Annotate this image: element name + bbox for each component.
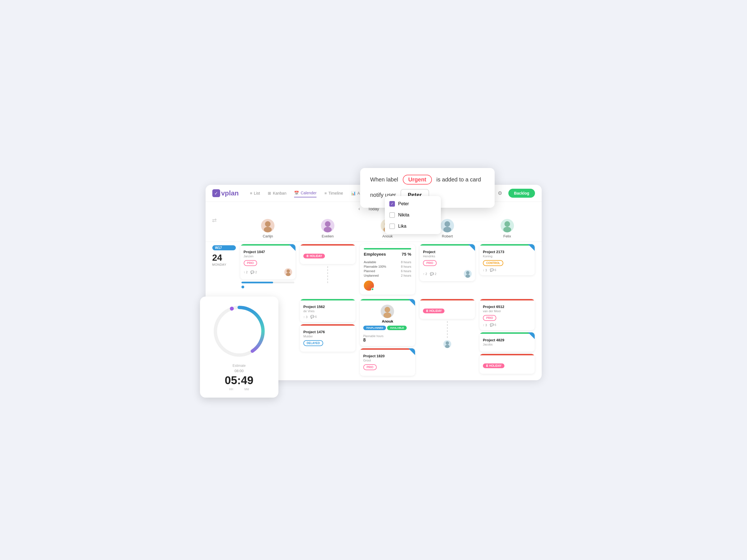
evelien-cell-row1: 🗓 HOLIDAY <box>298 242 358 297</box>
checkbox-peter[interactable] <box>389 201 395 207</box>
carlijn-cell-row1: Project 1047 Janzen PRIO ↑ 2 💬 2 <box>238 242 298 297</box>
card-bar-hendriks <box>419 244 475 245</box>
card-subtitle-6512: van der Meer <box>483 310 532 313</box>
timer-ring <box>211 303 267 359</box>
svg-point-1 <box>264 227 272 232</box>
week-badge: W17 <box>212 245 236 250</box>
card-bar-1047 <box>240 244 296 245</box>
project-card-hendriks[interactable]: Project Hendriks PRIO ↑ 2 💬 2 <box>419 244 475 281</box>
stat-up-1047: ↑ 2 <box>244 270 248 274</box>
card-subtitle-1562: de Vries <box>303 310 352 313</box>
member-name-evelien: Evelien <box>322 234 334 238</box>
card-stats-hendriks: ↑ 2 💬 2 <box>423 272 436 276</box>
dropdown-label-lika: Lika <box>398 224 406 229</box>
nav-kanban[interactable]: ⊞ Kanban <box>268 189 286 197</box>
svg-point-3 <box>324 227 332 232</box>
card-triangle-hendriks <box>468 244 475 251</box>
stat-up-2173: ↑ 3 <box>483 268 487 272</box>
dropdown-item-nikita[interactable]: Nikita <box>385 209 441 221</box>
holiday-card-evelien[interactable]: 🗓 HOLIDAY <box>300 244 356 264</box>
avatar-evelien <box>321 219 334 232</box>
dashed-line-robert-row2 <box>447 321 447 338</box>
svg-point-13 <box>465 274 470 278</box>
avatar-carlijn <box>261 219 275 232</box>
svg-point-9 <box>503 227 511 232</box>
card-bar-2173 <box>480 244 535 245</box>
card-bar-6512 <box>480 299 535 300</box>
badge-available: AVAILABLE <box>387 326 407 330</box>
project-card-1047[interactable]: Project 1047 Janzen PRIO ↑ 2 💬 2 <box>240 244 296 279</box>
robert-cell-row1: Project Hendriks PRIO ↑ 2 💬 2 <box>417 242 477 297</box>
card-triangle-2173 <box>528 244 535 251</box>
dashed-line-evelien <box>328 266 328 283</box>
svg-point-0 <box>265 221 271 227</box>
member-name-robert: Robert <box>442 234 453 238</box>
card-badges-hendriks: PRIO <box>423 260 472 268</box>
avatar-small-carlijn <box>284 268 292 276</box>
nav-list[interactable]: ≡ List <box>250 189 260 197</box>
card-footer-1562: ↑ 3 💬 6 <box>303 315 352 319</box>
card-bar-1562 <box>300 299 356 300</box>
evelien-cell-row2: Project 1562 de Vries ↑ 3 💬 6 Project 14… <box>298 297 358 380</box>
anouk-card[interactable]: Anouk 75%PLANNED AVAILABLE Plannable hou… <box>360 299 415 346</box>
nav-calender[interactable]: 📅 Calender <box>294 189 316 197</box>
nav-timeline[interactable]: ≡ Timeline <box>324 189 343 197</box>
employees-pct: 75 % <box>402 252 411 257</box>
app-wrapper: When label Urgent is added to a card not… <box>206 168 542 392</box>
backlog-button[interactable]: Backlog <box>508 189 535 198</box>
holiday-card-robert-row2[interactable]: 🗓 HOLIDAY <box>419 299 475 319</box>
card-bar-anouk <box>360 299 415 300</box>
timeline-icon: ≡ <box>324 191 327 195</box>
checkbox-nikita[interactable] <box>389 212 395 218</box>
felix-cell-row2: Project 6512 van der Meer PRIO ↑ 3 💬 6 <box>477 297 537 380</box>
team-member-carlijn: Carlijn <box>238 216 298 242</box>
project-card-1820[interactable]: Project 1820 Groot PRIO <box>360 348 415 376</box>
holiday-card-last-row2[interactable]: 🗓 HOLIDAY <box>480 354 535 374</box>
avatar-small-robert <box>464 270 472 278</box>
card-triangle-4829 <box>528 332 535 339</box>
employees-row-available: Available 8 hours <box>364 260 411 264</box>
project-card-4829[interactable]: Project 4829 Jacobs <box>480 332 535 352</box>
card-bar-1476 <box>300 324 356 326</box>
nav-timeline-label: Timeline <box>328 191 343 195</box>
settings-icon[interactable]: ⚙ <box>496 189 504 197</box>
badge-holiday-robert-row2: 🗓 HOLIDAY <box>423 309 444 313</box>
card-title-1047: Project 1047 <box>244 250 292 254</box>
employees-card[interactable]: Employees 75 % Available 8 hours Plannab… <box>360 244 415 295</box>
timer-hh-label: HH <box>229 388 233 391</box>
project-card-6512[interactable]: Project 6512 van der Meer PRIO ↑ 3 💬 6 <box>480 299 535 330</box>
timer-estimate-label: Estimate <box>207 364 272 368</box>
card-stats-1047: ↑ 2 💬 2 <box>244 270 257 274</box>
project-card-1476[interactable]: Project 1476 Mulder DELAYED <box>300 324 356 352</box>
anouk-cell-row2: Anouk 75%PLANNED AVAILABLE Plannable hou… <box>358 297 418 380</box>
dropdown-item-lika[interactable]: Lika <box>385 221 441 232</box>
timer-card: Estimate 08:00 05:49 HH MM <box>200 296 278 398</box>
dropdown-item-peter[interactable]: Peter <box>385 198 441 209</box>
project-card-2173[interactable]: Project 2173 Koning CONTROL ↑ 3 💬 6 <box>480 244 535 275</box>
date-cell-24: W17 24 MONDAY <box>210 242 238 292</box>
stat-up-hendriks: ↑ 2 <box>423 272 427 275</box>
card-title-1820: Project 1820 <box>363 354 412 358</box>
anouk-card-name: Anouk <box>363 319 412 323</box>
card-title-6512: Project 6512 <box>483 304 532 309</box>
card-title-hendriks: Project <box>423 250 472 254</box>
team-row: ⇄ Carlijn Evelien Anouk <box>206 216 542 242</box>
timer-units: HH MM <box>207 388 272 391</box>
checkbox-lika[interactable] <box>389 223 395 229</box>
badge-prio-6512: PRIO <box>483 315 496 321</box>
card-stats-6512: ↑ 3 💬 6 <box>483 323 496 327</box>
badge-75planned: 75%PLANNED <box>363 326 386 330</box>
card-footer-2173: ↑ 3 💬 6 <box>483 268 532 272</box>
project-card-1562[interactable]: Project 1562 de Vries ↑ 3 💬 6 <box>300 299 356 322</box>
urgent-badge[interactable]: Urgent <box>403 175 432 185</box>
card-bar-robert-row2 <box>419 299 475 300</box>
shuffle-icon[interactable]: ⇄ <box>210 216 219 224</box>
stat-up-1562: ↑ 3 <box>303 315 308 319</box>
badge-prio-1820: PRIO <box>363 364 377 370</box>
timer-estimate-value: 08:00 <box>207 369 272 373</box>
robert-cell-row2: 🗓 HOLIDAY <box>417 297 477 380</box>
progress-fill-carlijn <box>241 282 273 283</box>
plannable-value: 8 <box>363 338 412 343</box>
stat-comment-hendriks: 💬 2 <box>430 272 436 276</box>
anouk-avatar-section: Anouk <box>363 302 412 326</box>
